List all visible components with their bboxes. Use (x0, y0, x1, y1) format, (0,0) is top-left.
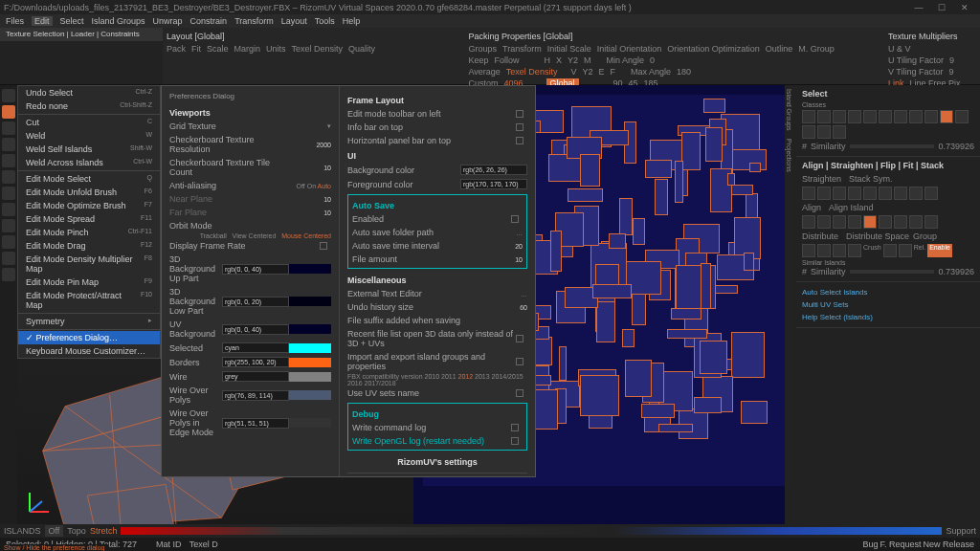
main: Undo SelectCtrl-ZRedo noneCtrl-Shift-ZCu… (0, 85, 980, 524)
tool-7[interactable] (2, 203, 15, 216)
preferences-dialog: Preferences Dialog Viewports Grid Textur… (161, 85, 536, 477)
tool-6[interactable] (2, 187, 15, 200)
status-hint: Show / Hide the preference dialog (0, 544, 108, 551)
select-title: Select (802, 89, 974, 99)
edit-menu-item[interactable]: Undo SelectCtrl-Z (18, 86, 160, 99)
menu-unwrap[interactable]: Unwrap (153, 16, 183, 26)
menu-layout[interactable]: Layout (281, 16, 307, 26)
texmul-title: Texture Multipliers (888, 30, 976, 43)
svg-line-11 (30, 501, 42, 512)
left-toolbar (0, 85, 17, 524)
support-bug[interactable]: Bug (863, 540, 879, 549)
layout-global-title: Layout [Global] (167, 30, 461, 43)
tool-0[interactable] (2, 89, 15, 102)
help-multi-uv[interactable]: Multi UV Sets (802, 298, 974, 311)
debug-section: Debug Write command log Write OpenGL log… (347, 403, 527, 451)
edit-menu-item[interactable]: Edit Mode SpreadF11 (18, 212, 160, 226)
stretch-gradient (121, 527, 942, 535)
edit-menu-item[interactable]: Edit Mode Optimize BrushF7 (18, 199, 160, 212)
support-frequest[interactable]: F. Request (880, 540, 921, 549)
vtab-island-groups[interactable]: Island Groups (785, 85, 793, 135)
menu-transform[interactable]: Transform (234, 16, 274, 26)
packing-title: Packing Properties [Global] (469, 30, 881, 43)
top-tabs: Texture Selection | Loader | Constraints (0, 28, 163, 41)
bottom-bar: ISLANDS Off TopoStretch Support (0, 524, 980, 538)
tool-11[interactable] (2, 268, 15, 281)
edit-menu-item[interactable]: Edit Mode Unfold BrushF6 (18, 186, 160, 199)
maximize-icon[interactable]: ☐ (930, 3, 953, 12)
menu-help[interactable]: Help (343, 16, 361, 26)
reset-all-button[interactable]: Reset all (irreversible) (347, 473, 527, 476)
edit-menu-item[interactable]: Weld Self IslandsShift-W (18, 143, 160, 156)
edit-menu-item[interactable]: Redo noneCtrl-Shift-Z (18, 99, 160, 113)
edit-menu-item[interactable]: Weld Across IslandsCtrl-W (18, 156, 160, 169)
help-auto-select[interactable]: Auto Select Islands (802, 286, 974, 298)
tool-5[interactable] (2, 170, 15, 184)
autosave-section: Auto Save Enabled Auto save folder path…… (347, 194, 527, 269)
tool-9[interactable] (2, 235, 15, 249)
menu-files[interactable]: Files (6, 16, 24, 26)
help-select-islands[interactable]: Help Select (Islands) (802, 311, 974, 323)
vtab-projections[interactable]: Projections (785, 135, 793, 176)
status-bar: Selected: 0 | Hidden: 0 | Total: 727 Mat… (0, 538, 980, 551)
edit-menu-item[interactable]: Edit Mode PinchCtrl-F11 (18, 226, 160, 239)
titlebar: F:/Downloads/uploads_files_2137921_BE3_D… (0, 0, 980, 14)
edit-menu-item[interactable]: Symmetry▸ (18, 315, 160, 328)
menu-select[interactable]: Select (60, 16, 84, 26)
edit-menu-item[interactable]: Edit Mode DragF12 (18, 239, 160, 253)
edit-menu-item[interactable]: CutC (18, 116, 160, 129)
edit-menu-item[interactable]: Edit Mode Pin MapF9 (18, 276, 160, 289)
edit-menu-item[interactable]: WeldW (18, 129, 160, 143)
edit-dropdown-menu: Undo SelectCtrl-ZRedo noneCtrl-Shift-ZCu… (17, 85, 161, 359)
layout-tabs: PackFitScaleMarginUnitsTexel DensityQual… (167, 43, 461, 55)
edit-menu-item[interactable]: Edit Mode Density Multiplier MapF8 (18, 253, 160, 276)
tool-2[interactable] (2, 121, 15, 135)
right-panel: Select Classes #Similarity0.739926 Align… (796, 85, 980, 524)
tool-8[interactable] (2, 219, 15, 232)
class-icon[interactable] (802, 110, 815, 123)
select-classes-icons (802, 110, 974, 123)
align-title: Align | Straighten | Flip | Fit | Stack (802, 161, 974, 170)
menubar: Files Edit Select Island Groups Unwrap C… (0, 14, 980, 28)
axis-gizmo-icon (25, 488, 54, 517)
app-title: F:/Downloads/uploads_files_2137921_BE3_D… (4, 3, 632, 12)
edit-menu-item[interactable]: ✓ Preferences Dialog… (18, 331, 160, 344)
tool-10[interactable] (2, 252, 15, 265)
packing-tabs: GroupsTransformInitial ScaleInitial Orie… (469, 43, 881, 55)
menu-constrain[interactable]: Constrain (190, 16, 228, 26)
edit-menu-item[interactable]: Edit Mode Protect/Attract MapF10 (18, 289, 160, 312)
menu-island-groups[interactable]: Island Groups (92, 16, 145, 26)
menu-edit[interactable]: Edit (32, 16, 53, 26)
minimize-icon[interactable]: — (907, 3, 930, 12)
menu-tools[interactable]: Tools (315, 16, 335, 26)
tool-4[interactable] (2, 154, 15, 167)
right-vertical-tabs: Island Groups Projections (785, 85, 796, 524)
tool-3[interactable] (2, 138, 15, 151)
tool-select[interactable] (2, 105, 15, 119)
close-icon[interactable]: ✕ (953, 3, 976, 12)
edit-menu-item[interactable]: Edit Mode SelectQ (18, 172, 160, 186)
top-section: Texture Selection | Loader | Constraints… (0, 28, 980, 85)
support-newrelease[interactable]: New Release (923, 540, 974, 549)
edit-menu-item[interactable]: Keyboard Mouse Customizer… (18, 344, 160, 358)
